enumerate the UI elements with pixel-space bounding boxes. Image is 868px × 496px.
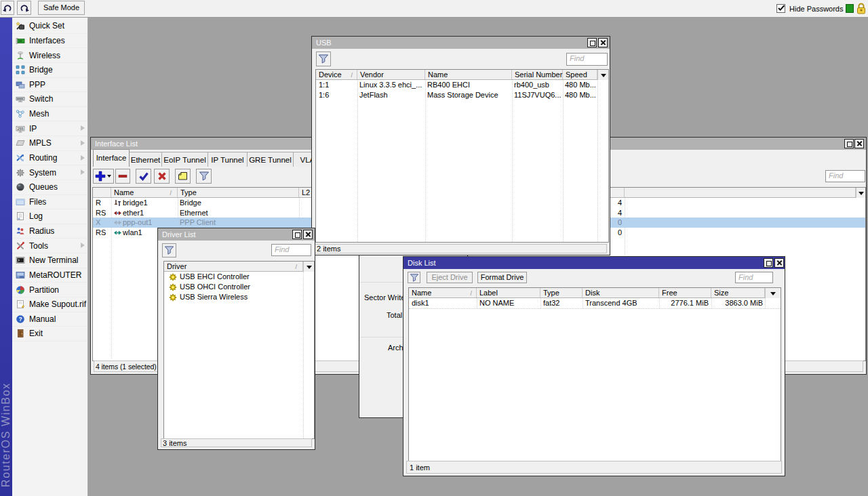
svg-text:?: ? <box>18 316 22 323</box>
svg-text:255: 255 <box>17 126 23 130</box>
